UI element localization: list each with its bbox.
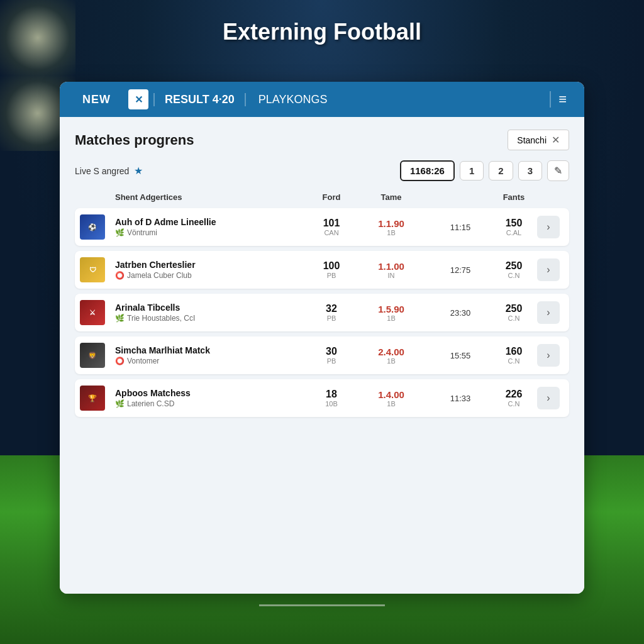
odds-sub: 1B [357, 229, 426, 236]
stanchi-close-icon: ✕ [552, 134, 560, 146]
match-info: Auh of D Adme Lineellie 🌿 Vöntrumi [110, 217, 306, 237]
team-sub: 🌿 Laterien C.SD [115, 399, 301, 408]
page-title: Externing Football [0, 19, 644, 45]
team-sub: ⭕ Jamela Cuber Club [115, 271, 301, 280]
match-row: 🏆 Apboos Matchess 🌿 Laterien C.SD 18 10B… [75, 379, 569, 417]
matches-heading: Matches progrens [75, 132, 194, 148]
odds-sub: 1B [357, 400, 426, 408]
sub-name: Vöntrumi [127, 228, 157, 237]
team-name: Jatrben Cherteslier [115, 260, 301, 270]
sub-icon: 🌿 [115, 228, 125, 237]
match-time: 15:55 [426, 351, 495, 360]
team-sub: ⭕ Vontomer [115, 357, 301, 365]
match-time: 11:15 [426, 223, 495, 232]
sub-icon: ⭕ [115, 357, 125, 365]
num-main: 101 [306, 218, 357, 229]
match-arrow-button[interactable]: › [537, 387, 560, 409]
team-logo: 🦁 [80, 343, 105, 368]
time-val: 12:75 [426, 265, 495, 275]
sub-icon: 🌿 [115, 314, 125, 323]
match-row: 🛡 Jatrben Cherteslier ⭕ Jamela Cuber Clu… [75, 251, 569, 289]
team-sub: 🌿 Vöntrumi [115, 228, 301, 237]
match-fans: 250 C.N [495, 303, 533, 322]
stanchi-button[interactable]: Stanchi ✕ [508, 130, 569, 150]
num-main: 32 [306, 303, 357, 314]
match-fans: 226 C.N [495, 389, 533, 408]
fans-sub: C.N [495, 357, 533, 365]
team-logo-icon: ⚔ [89, 309, 96, 316]
tab-2-button[interactable]: 2 [489, 161, 513, 180]
match-odds: 1.1.00 IN [357, 261, 426, 279]
time-badge: 1168:26 [400, 160, 455, 181]
match-arrow-button[interactable]: › [537, 258, 560, 281]
match-row: 🦁 Simcha Marlhiat Matck ⭕ Vontomer 30 PB… [75, 336, 569, 374]
match-row: ⚽ Auh of D Adme Lineellie 🌿 Vöntrumi 101… [75, 208, 569, 246]
time-val: 23:30 [426, 308, 495, 318]
odds-sub: IN [357, 272, 426, 279]
sub-name: Vontomer [127, 357, 159, 365]
sub-name: Laterien C.SD [127, 399, 174, 408]
team-logo: 🛡 [80, 257, 105, 282]
sub-icon: 🌿 [115, 399, 125, 408]
match-odds: 1.4.00 1B [357, 389, 426, 408]
match-time: 23:30 [426, 308, 495, 318]
team-name: Arinala Tibcells [115, 303, 301, 313]
sub-name: Trie Houstables, CcI [127, 314, 195, 323]
match-time: 11:33 [426, 394, 495, 403]
match-info: Jatrben Cherteslier ⭕ Jamela Cuber Club [110, 260, 306, 280]
odds-sub: 1B [357, 314, 426, 322]
edit-button[interactable]: ✎ [547, 160, 569, 181]
tab-3-button[interactable]: 3 [518, 161, 542, 180]
num-main: 30 [306, 346, 357, 357]
fans-main: 250 [495, 260, 533, 272]
main-panel: NEW ✕ RESULT 4·20 PLAYKONGS ≡ Matches pr… [60, 82, 584, 594]
odds-val: 1.1.90 [357, 218, 426, 229]
fans-sub: C.N [495, 400, 533, 408]
team-logo: 🏆 [80, 386, 105, 411]
fans-sub: C.AL [495, 229, 533, 236]
time-val: 15:55 [426, 351, 495, 360]
tab-1-button[interactable]: 1 [460, 161, 484, 180]
odds-val: 1.1.00 [357, 261, 426, 272]
time-val: 11:15 [426, 223, 495, 232]
sub-name: Jamela Cuber Club [127, 271, 192, 280]
field-line [259, 604, 385, 606]
fans-main: 250 [495, 303, 533, 314]
match-num: 101 CAN [306, 218, 357, 236]
match-arrow-button[interactable]: › [537, 301, 560, 324]
match-time: 12:75 [426, 265, 495, 275]
match-info: Simcha Marlhiat Matck ⭕ Vontomer [110, 345, 306, 365]
odds-sub: 1B [357, 357, 426, 365]
match-fans: 160 C.N [495, 346, 533, 365]
content-area: Matches progrens Stanchi ✕ Live S angred… [60, 117, 584, 594]
nav-menu-button[interactable]: ≡ [550, 91, 574, 108]
num-sub: CAN [306, 229, 357, 236]
match-num: 100 PB [306, 260, 357, 279]
nav-bar: NEW ✕ RESULT 4·20 PLAYKONGS ≡ [60, 82, 584, 117]
num-sub: 10B [306, 400, 357, 408]
match-num: 32 PB [306, 303, 357, 322]
col-tame: Tame [357, 192, 426, 202]
match-arrow-button[interactable]: › [537, 216, 560, 238]
time-val: 11:33 [426, 394, 495, 403]
header-row: Matches progrens Stanchi ✕ [75, 130, 569, 150]
star-icon[interactable]: ★ [134, 165, 143, 177]
match-fans: 150 C.AL [495, 218, 533, 236]
team-logo-icon: 🏆 [88, 394, 97, 402]
nav-x-button[interactable]: ✕ [128, 89, 148, 109]
col-name: Shent Adgertices [110, 192, 306, 202]
stanchi-label: Stanchi [517, 135, 547, 145]
match-fans: 250 C.N [495, 260, 533, 279]
column-headers: Shent Adgertices Ford Tame Fants [75, 189, 569, 206]
fans-main: 150 [495, 218, 533, 229]
team-logo: ⚽ [80, 214, 105, 240]
team-logo-icon: 🛡 [89, 266, 96, 274]
match-odds: 1.1.90 1B [357, 218, 426, 236]
num-sub: PB [306, 314, 357, 322]
team-name: Auh of D Adme Lineellie [115, 217, 301, 227]
match-arrow-button[interactable]: › [537, 344, 560, 367]
odds-val: 1.5.90 [357, 304, 426, 314]
num-sub: PB [306, 272, 357, 279]
match-list: ⚽ Auh of D Adme Lineellie 🌿 Vöntrumi 101… [75, 208, 569, 417]
num-sub: PB [306, 357, 357, 365]
